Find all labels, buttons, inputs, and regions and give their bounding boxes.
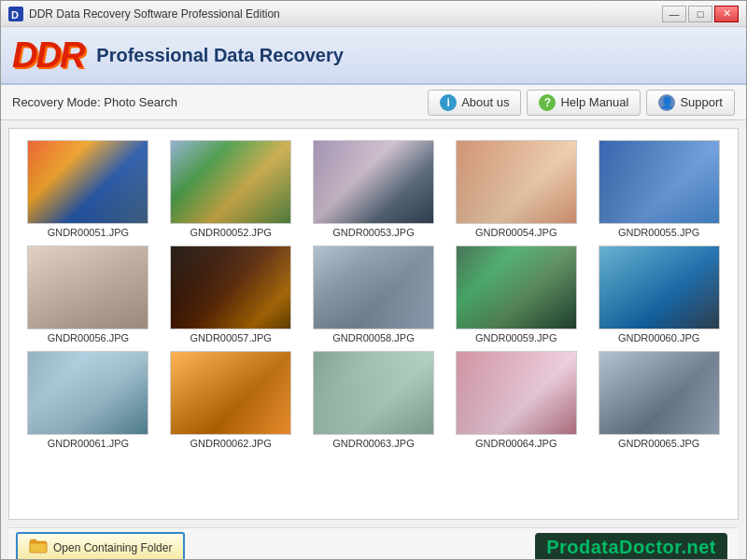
photo-label-61: GNDR00061.JPG (48, 438, 129, 449)
photo-thumb-63 (313, 351, 434, 435)
photo-label-57: GNDR00057.JPG (190, 332, 271, 343)
photo-item-65[interactable]: GNDR00065.JPG (591, 351, 726, 449)
photo-label-63: GNDR00063.JPG (332, 438, 414, 449)
photo-thumb-64 (456, 351, 577, 435)
bottom-bar: Open Containing Folder ProdataDoctor.net (8, 527, 739, 560)
photo-label-51: GNDR00051.JPG (48, 227, 129, 238)
app-header: DDR Professional Data Recovery (1, 27, 746, 85)
photo-thumb-57 (170, 245, 291, 329)
photo-item-57[interactable]: GNDR00057.JPG (163, 245, 299, 343)
photo-grid-container: GNDR00051.JPGGNDR00052.JPGGNDR00053.JPGG… (8, 128, 739, 520)
photo-label-65: GNDR00065.JPG (618, 438, 699, 449)
photo-thumb-53 (313, 140, 434, 224)
support-button[interactable]: 👤 Support (646, 90, 735, 116)
photo-label-53: GNDR00053.JPG (332, 227, 414, 238)
help-manual-label: Help Manual (560, 95, 628, 109)
photo-thumb-62 (170, 351, 291, 435)
photo-label-58: GNDR00058.JPG (332, 332, 414, 343)
photo-thumb-54 (456, 140, 577, 224)
photo-label-54: GNDR00054.JPG (475, 227, 557, 238)
close-button[interactable]: ✕ (714, 6, 739, 22)
info-icon: i (440, 94, 457, 111)
photo-item-60[interactable]: GNDR00060.JPG (591, 245, 726, 343)
window-title: DDR Data Recovery Software Professional … (29, 7, 660, 21)
photo-item-63[interactable]: GNDR00063.JPG (306, 351, 442, 449)
help-manual-button[interactable]: ? Help Manual (527, 90, 641, 116)
photo-item-52[interactable]: GNDR00052.JPG (163, 140, 299, 238)
photo-label-64: GNDR00064.JPG (475, 438, 557, 449)
photo-item-53[interactable]: GNDR00053.JPG (306, 140, 442, 238)
photo-item-56[interactable]: GNDR00056.JPG (21, 245, 156, 343)
photo-label-55: GNDR00055.JPG (618, 227, 699, 238)
photo-label-60: GNDR00060.JPG (618, 332, 699, 343)
support-label: Support (680, 95, 723, 109)
brand-label: ProdataDoctor.net (535, 533, 727, 560)
about-us-button[interactable]: i About us (428, 90, 521, 116)
help-icon: ? (539, 94, 556, 111)
open-containing-folder-button[interactable]: Open Containing Folder (16, 532, 185, 560)
svg-text:D: D (11, 9, 19, 21)
photo-thumb-56 (27, 245, 148, 329)
photo-label-62: GNDR00062.JPG (190, 438, 271, 449)
photo-item-54[interactable]: GNDR00054.JPG (448, 140, 584, 238)
folder-icon (29, 539, 48, 556)
ddr-logo: DDR (12, 35, 83, 76)
photo-item-58[interactable]: GNDR00058.JPG (306, 245, 442, 343)
photo-thumb-51 (27, 140, 148, 224)
photo-item-55[interactable]: GNDR00055.JPG (591, 140, 726, 238)
app-title: Professional Data Recovery (96, 45, 344, 66)
photo-thumb-65 (599, 351, 720, 435)
about-us-label: About us (461, 95, 509, 109)
titlebar: D DDR Data Recovery Software Professiona… (1, 1, 746, 27)
photo-thumb-52 (170, 140, 291, 224)
recovery-mode-label: Recovery Mode: Photo Search (12, 95, 422, 109)
minimize-button[interactable]: — (662, 6, 686, 22)
toolbar: Recovery Mode: Photo Search i About us ?… (1, 85, 746, 120)
open-folder-label: Open Containing Folder (53, 541, 172, 554)
photo-item-61[interactable]: GNDR00061.JPG (21, 351, 156, 449)
photo-thumb-55 (599, 140, 720, 224)
photo-thumb-60 (599, 245, 720, 329)
photo-thumb-59 (456, 245, 577, 329)
photo-thumb-61 (27, 351, 148, 435)
photo-thumb-58 (313, 245, 434, 329)
photo-grid: GNDR00051.JPGGNDR00052.JPGGNDR00053.JPGG… (9, 129, 738, 460)
app-icon: D (8, 7, 23, 21)
photo-item-64[interactable]: GNDR00064.JPG (448, 351, 584, 449)
photo-label-59: GNDR00059.JPG (475, 332, 557, 343)
support-icon: 👤 (658, 94, 675, 111)
photo-label-52: GNDR00052.JPG (190, 227, 271, 238)
photo-item-62[interactable]: GNDR00062.JPG (163, 351, 299, 449)
photo-item-59[interactable]: GNDR00059.JPG (448, 245, 584, 343)
photo-item-51[interactable]: GNDR00051.JPG (21, 140, 156, 238)
photo-label-56: GNDR00056.JPG (48, 332, 129, 343)
maximize-button[interactable]: □ (688, 6, 712, 22)
